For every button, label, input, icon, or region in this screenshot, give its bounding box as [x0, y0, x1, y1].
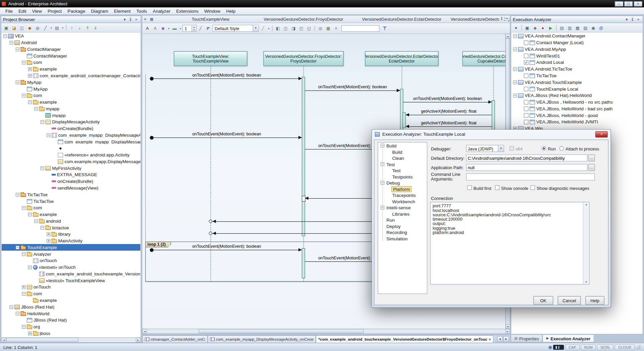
close-icon[interactable]: ×: [133, 17, 139, 22]
prev-tab-button[interactable]: ◄: [497, 336, 503, 342]
unchecked-checkbox[interactable]: [524, 106, 529, 111]
scroll-right-button[interactable]: ►: [505, 329, 510, 334]
collapse-icon[interactable]: ↑: [68, 24, 76, 31]
unchecked-checkbox[interactable]: [524, 100, 529, 104]
dialog-title-bar[interactable]: Execution Analyzer: TouchExample Local ×: [372, 130, 611, 139]
tree-item[interactable]: −tictactoe: [2, 224, 140, 231]
scroll-track[interactable]: [147, 329, 505, 333]
move-down-icon[interactable]: ⇓: [92, 24, 99, 31]
tool-window-tab[interactable]: ▤Properties: [511, 335, 543, 342]
window-menu-icon[interactable]: ▾: [624, 17, 629, 22]
lifeline-head-2[interactable]: VersionedGestureDetector.EclairDetector:…: [365, 51, 438, 66]
tree-item[interactable]: com_example_myapp_DisplayMessageActivity…: [2, 138, 140, 145]
sequence-message[interactable]: [151, 137, 302, 138]
collapse-icon[interactable]: −: [34, 107, 38, 110]
message-label[interactable]: onTouchEvent(MotionEvent): boolean: [192, 244, 261, 249]
chevron-down-icon[interactable]: ▾: [49, 24, 53, 31]
collapse-icon[interactable]: −: [513, 94, 517, 97]
minimize-button[interactable]: –: [615, 1, 623, 6]
insert-image-icon[interactable]: ▦: [325, 25, 332, 32]
scroll-left-button[interactable]: ◄: [2, 338, 6, 342]
dialog-tree-item[interactable]: −Test: [378, 161, 427, 167]
delete-icon[interactable]: ×: [332, 25, 340, 32]
tree-item[interactable]: −example: [2, 99, 140, 105]
collapse-icon[interactable]: −: [16, 312, 19, 315]
tree-item[interactable]: −com: [2, 59, 140, 66]
tree-item[interactable]: −myapp: [2, 105, 140, 112]
scroll-thumb[interactable]: [506, 38, 510, 142]
line-color-icon[interactable]: ▬: [171, 25, 178, 32]
tree-item[interactable]: −VEA.Android.MyApp: [511, 46, 642, 52]
tree-item[interactable]: −TicTacToe: [2, 191, 140, 198]
collapse-icon[interactable]: −: [28, 100, 32, 104]
dialog-tree-item[interactable]: Testpoints: [378, 173, 427, 180]
tree-item[interactable]: −DisplayMessageActivity: [2, 119, 140, 125]
sequence-message[interactable]: [305, 91, 400, 91]
collapse-icon[interactable]: −: [381, 162, 384, 166]
tree-item[interactable]: [2, 145, 140, 152]
tree-item[interactable]: +com_example_android_contactmanager_Cont…: [2, 72, 140, 79]
expand-icon[interactable]: +: [28, 331, 32, 335]
pin-icon[interactable]: ↧: [499, 16, 504, 20]
ok-button[interactable]: OK: [533, 296, 553, 305]
chevron-down-icon[interactable]: ▾: [267, 25, 270, 32]
chevron-down-icon[interactable]: ▾: [167, 25, 170, 32]
collapse-icon[interactable]: −: [381, 181, 384, 185]
edit-icon[interactable]: ╱: [42, 24, 49, 31]
dialog-tree-item[interactable]: −Build: [378, 142, 427, 149]
expand-icon[interactable]: ↓: [76, 24, 83, 31]
collapse-icon[interactable]: −: [16, 47, 19, 51]
dialog-tree-item[interactable]: Simulation: [378, 235, 427, 242]
tree-item[interactable]: −MyApp: [2, 79, 140, 86]
tree-item[interactable]: com_example_android_touchexample_Version…: [2, 270, 140, 277]
dialog-tree-item[interactable]: Run: [378, 217, 427, 223]
document-tab[interactable]: ctmanager_ContactAdder_onCreate: [142, 335, 208, 343]
tree-item[interactable]: −com_example_myapp_DisplayMessageActivit…: [2, 132, 140, 138]
tree-item[interactable]: −VEA.JBoss (Red Hat).HelloWorld: [511, 92, 642, 99]
expand-icon[interactable]: +: [47, 239, 50, 243]
memory-icon[interactable]: ▦: [574, 24, 581, 31]
unchecked-checkbox[interactable]: [524, 73, 529, 78]
expand-icon[interactable]: +: [28, 67, 32, 71]
dialog-tree-item[interactable]: Platform: [378, 186, 427, 192]
collapse-icon[interactable]: −: [22, 206, 25, 210]
x64-checkbox[interactable]: [509, 146, 514, 151]
tree-item[interactable]: Contact Manger (Local): [511, 39, 642, 46]
collapse-icon[interactable]: −: [22, 292, 25, 296]
project-browser-header[interactable]: Project Browser ▾↧×: [1, 16, 141, 23]
message-label[interactable]: getActiveX(MotionEvent): float: [421, 109, 477, 114]
collapse-icon[interactable]: −: [47, 133, 50, 137]
lifeline-head-1[interactable]: VersionedGestureDetector.FroyoDetector: …: [263, 51, 344, 66]
tree-item[interactable]: TicTacToe: [511, 72, 642, 79]
title-bar[interactable]: Android - Enterprise Architect –□×: [0, 0, 644, 7]
command-line-input[interactable]: [466, 173, 595, 181]
collapse-icon[interactable]: −: [40, 226, 44, 229]
scroll-track[interactable]: [6, 338, 136, 342]
dialog-close-button[interactable]: ×: [595, 131, 608, 137]
tree-item[interactable]: VEA.JBoss, HelloWorld - good: [511, 112, 642, 119]
tree-item[interactable]: −example: [2, 211, 140, 218]
build-first-checkbox[interactable]: [467, 186, 472, 190]
tree-item[interactable]: example: [2, 297, 140, 304]
menu-item-package[interactable]: Package: [65, 8, 88, 14]
document-tab[interactable]: *com_example_android_touchexample_Versio…: [316, 335, 493, 343]
font-color-icon[interactable]: A: [144, 25, 151, 32]
menu-item-analyzer[interactable]: Analyzer: [150, 8, 173, 14]
attach-to-process-radio[interactable]: [559, 146, 564, 151]
connection-settings-text[interactable]: port:7777 host:localhost source:C:\Andro…: [430, 202, 590, 284]
show-diagnostic-checkbox[interactable]: [530, 186, 535, 190]
collapse-icon[interactable]: −: [40, 120, 44, 124]
menu-item-extensions[interactable]: Extensions: [173, 8, 202, 14]
collapse-icon[interactable]: −: [16, 193, 19, 196]
collapse-icon[interactable]: −: [513, 67, 517, 71]
run-icon[interactable]: ▶: [547, 24, 554, 31]
tree-item[interactable]: −VEA.Android.TouchExample: [511, 79, 642, 86]
unchecked-checkbox[interactable]: [524, 87, 529, 91]
new-diagram-icon[interactable]: ◫: [18, 24, 25, 31]
fill-color-icon[interactable]: ◙: [159, 25, 167, 32]
menu-item-file[interactable]: File: [2, 8, 15, 14]
lifeline-head-3[interactable]: VersionedGestureDetector.CupcakeDetector…: [462, 51, 505, 66]
new-package-icon[interactable]: ◪: [10, 24, 18, 31]
show-console-checkbox[interactable]: [495, 186, 500, 190]
documentation-icon[interactable]: ▤: [53, 24, 60, 31]
